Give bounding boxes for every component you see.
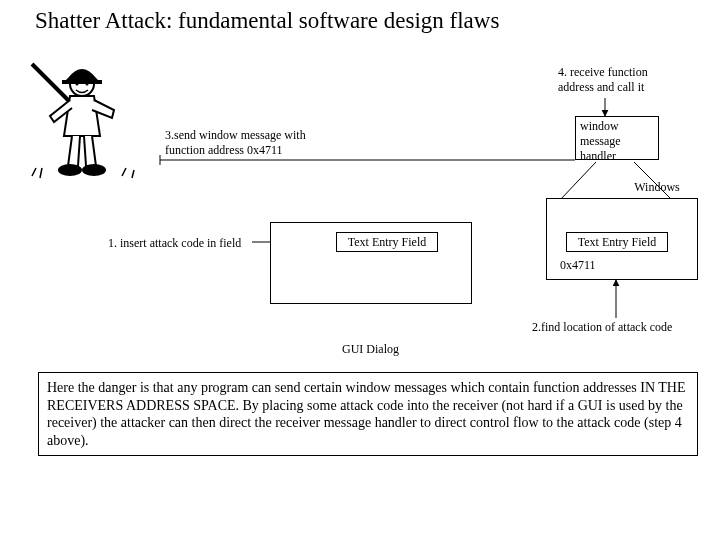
svg-line-10 [560,162,596,200]
svg-point-6 [82,164,106,176]
step-1-label: 1. insert attack code in field [108,236,248,251]
explanation-paragraph: Here the danger is that any program can … [38,372,698,456]
step-3-label: 3.send window message with function addr… [165,128,335,158]
svg-point-5 [58,164,82,176]
svg-point-4 [86,83,89,86]
hunter-cartoon-image [22,50,142,180]
step-4-label: 4. receive function address and call it [558,65,688,95]
step-2-label: 2.find location of attack code [532,320,672,335]
gui-dialog-label: GUI Dialog [342,342,399,357]
svg-point-3 [76,83,79,86]
text-entry-field-left: Text Entry Field [336,232,438,252]
window-message-handler-box: window message handler [575,116,659,160]
svg-rect-2 [62,80,102,84]
address-label: 0x4711 [560,258,596,273]
page-title: Shatter Attack: fundamental software des… [35,8,499,34]
text-entry-field-right: Text Entry Field [566,232,668,252]
